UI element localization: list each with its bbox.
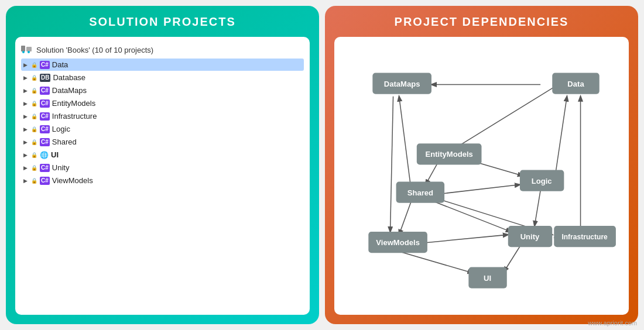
project-name: ViewModels bbox=[52, 176, 93, 185]
svg-line-11 bbox=[535, 191, 540, 226]
dependency-graph: DataMaps Data EntityModels Logic Shared … bbox=[340, 45, 623, 307]
lock-icon: 🔒 bbox=[31, 75, 37, 81]
solution-label: Solution 'Books' (10 of 10 projects) bbox=[36, 46, 153, 54]
project-item-ui[interactable]: ▶ 🔒 🌐 UI bbox=[21, 149, 304, 161]
solution-header: Solution 'Books' (10 of 10 projects) bbox=[21, 45, 304, 55]
node-unity: Unity bbox=[520, 232, 540, 241]
expand-arrow[interactable]: ▶ bbox=[23, 62, 28, 68]
right-panel-title: PROJECT DEPENDENCIES bbox=[395, 15, 569, 29]
lock-icon: 🔒 bbox=[31, 139, 37, 145]
svg-line-19 bbox=[504, 246, 520, 271]
node-datamaps: DataMaps bbox=[384, 80, 420, 88]
project-name: Infrastructure bbox=[52, 112, 97, 121]
lock-icon: 🔒 bbox=[31, 88, 37, 94]
svg-line-17 bbox=[399, 202, 411, 235]
globe-icon: 🌐 bbox=[40, 151, 49, 159]
project-name: EntityModels bbox=[52, 99, 95, 108]
project-dependencies-panel: PROJECT DEPENDENCIES bbox=[325, 6, 638, 324]
node-infrastructure: Infrastructure bbox=[561, 233, 608, 241]
project-item-datamaps[interactable]: ▶ 🔒 C# DataMaps bbox=[21, 84, 304, 97]
solution-icon bbox=[21, 45, 33, 55]
main-container: SOLUTION PROJECTS Solution 'Books' (10 o… bbox=[0, 0, 644, 330]
node-logic: Logic bbox=[532, 177, 552, 185]
expand-arrow[interactable]: ▶ bbox=[23, 75, 28, 81]
lock-icon: 🔒 bbox=[31, 114, 37, 119]
project-item-logic[interactable]: ▶ 🔒 C# Logic bbox=[21, 123, 304, 135]
dependency-box: DataMaps Data EntityModels Logic Shared … bbox=[334, 37, 629, 315]
svg-line-16 bbox=[417, 235, 508, 243]
project-item-shared[interactable]: ▶ 🔒 C# Shared bbox=[21, 136, 304, 148]
svg-line-8 bbox=[443, 185, 520, 194]
expand-arrow[interactable]: ▶ bbox=[23, 152, 28, 158]
project-list: ▶ 🔒 C# Data ▶ 🔒 DB Database ▶ 🔒 C# DataM… bbox=[21, 59, 304, 187]
svg-rect-1 bbox=[26, 47, 32, 51]
project-item-viewmodels[interactable]: ▶ 🔒 C# ViewModels bbox=[21, 174, 304, 187]
node-shared: Shared bbox=[407, 188, 433, 197]
db-icon: DB bbox=[40, 74, 50, 82]
project-name: Unity bbox=[52, 163, 70, 172]
solution-projects-panel: SOLUTION PROJECTS Solution 'Books' (10 o… bbox=[6, 6, 319, 324]
svg-line-12 bbox=[555, 97, 567, 176]
svg-line-18 bbox=[390, 97, 393, 232]
node-viewmodels: ViewModels bbox=[376, 238, 420, 247]
expand-arrow[interactable]: ▶ bbox=[23, 139, 28, 145]
svg-point-2 bbox=[22, 51, 25, 53]
expand-arrow[interactable]: ▶ bbox=[23, 126, 28, 132]
project-name: DataMaps bbox=[52, 86, 87, 95]
project-name: Shared bbox=[52, 138, 77, 146]
svg-point-3 bbox=[28, 51, 30, 53]
svg-line-20 bbox=[458, 85, 558, 147]
node-data: Data bbox=[567, 80, 584, 88]
csharp-icon: C# bbox=[40, 99, 50, 108]
node-ui: UI bbox=[484, 274, 491, 283]
csharp-icon: C# bbox=[40, 125, 50, 133]
csharp-icon: C# bbox=[40, 87, 50, 95]
lock-icon: 🔒 bbox=[31, 152, 37, 158]
csharp-icon: C# bbox=[40, 138, 50, 146]
node-entitymodels: EntityModels bbox=[425, 150, 472, 159]
expand-arrow[interactable]: ▶ bbox=[23, 114, 28, 119]
svg-line-5 bbox=[399, 97, 411, 188]
project-name: Database bbox=[53, 73, 85, 82]
project-item-database[interactable]: ▶ 🔒 DB Database bbox=[21, 71, 304, 84]
lock-icon: 🔒 bbox=[31, 62, 37, 68]
project-name: Logic bbox=[52, 125, 70, 133]
svg-line-9 bbox=[429, 200, 511, 232]
expand-arrow[interactable]: ▶ bbox=[23, 101, 28, 106]
project-item-unity[interactable]: ▶ 🔒 C# Unity bbox=[21, 161, 304, 174]
project-item-entitymodels[interactable]: ▶ 🔒 C# EntityModels bbox=[21, 97, 304, 109]
lock-icon: 🔒 bbox=[31, 101, 37, 106]
csharp-icon: C# bbox=[40, 61, 50, 69]
lock-icon: 🔒 bbox=[31, 126, 37, 132]
lock-icon: 🔒 bbox=[31, 178, 37, 184]
solution-box: Solution 'Books' (10 of 10 projects) ▶ 🔒… bbox=[15, 37, 310, 315]
project-item-infrastructure[interactable]: ▶ 🔒 C# Infrastructure bbox=[21, 110, 304, 122]
csharp-icon: C# bbox=[40, 112, 50, 121]
svg-rect-0 bbox=[21, 46, 25, 51]
project-name: Data bbox=[52, 60, 68, 69]
csharp-icon: C# bbox=[40, 177, 50, 185]
left-panel-title: SOLUTION PROJECTS bbox=[89, 15, 236, 29]
svg-line-15 bbox=[402, 252, 473, 273]
lock-icon: 🔒 bbox=[31, 165, 37, 171]
project-name: UI bbox=[51, 150, 59, 159]
watermark: www.apriorit.com bbox=[588, 319, 637, 326]
expand-arrow[interactable]: ▶ bbox=[23, 165, 28, 171]
expand-arrow[interactable]: ▶ bbox=[23, 178, 28, 184]
csharp-icon: C# bbox=[40, 164, 50, 172]
expand-arrow[interactable]: ▶ bbox=[23, 88, 28, 94]
project-item-data[interactable]: ▶ 🔒 C# Data bbox=[21, 59, 304, 71]
